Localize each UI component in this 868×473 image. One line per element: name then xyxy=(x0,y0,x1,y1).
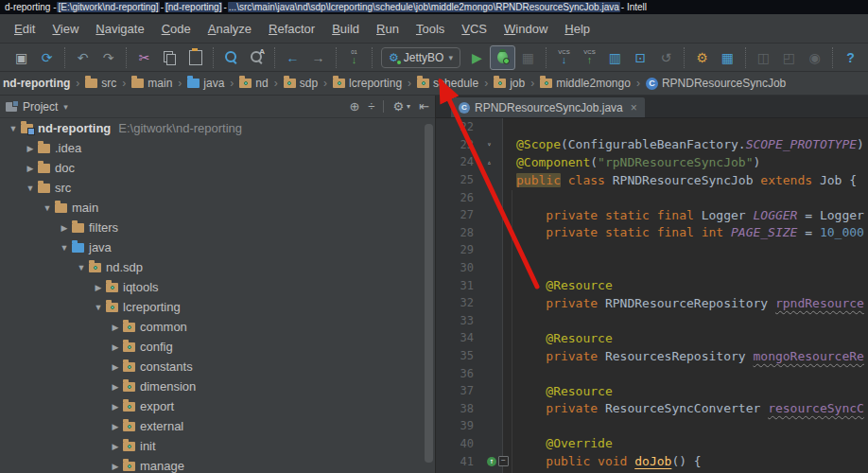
tree-toggle-icon[interactable]: ▶ xyxy=(108,362,123,372)
tree-item-constants[interactable]: ▶constants xyxy=(0,357,435,377)
fold-marker-icon[interactable]: − xyxy=(498,456,509,466)
tree-item-src[interactable]: ▼src xyxy=(0,178,435,198)
override-marker-icon[interactable]: ↑ xyxy=(487,457,496,466)
menu-item-view[interactable]: View xyxy=(43,19,87,39)
panel-settings-gear-icon[interactable]: ⚙ xyxy=(392,99,404,114)
menu-item-code[interactable]: Code xyxy=(153,19,200,39)
compile-icon[interactable]: 01↓ xyxy=(341,45,367,70)
breadcrumb-item-sdp[interactable]: sdp xyxy=(281,75,321,92)
menu-item-tools[interactable]: Tools xyxy=(408,19,453,39)
project-structure-icon[interactable]: ▦ xyxy=(715,45,740,70)
tree-item-ndsdp[interactable]: ▼nd.sdp xyxy=(0,257,435,277)
tree-item-java[interactable]: ▼java xyxy=(0,237,435,257)
tree-toggle-icon[interactable]: ▶ xyxy=(108,382,123,392)
tree-item-external[interactable]: ▶external xyxy=(0,416,435,436)
vcs-update-icon[interactable]: VCS↓ xyxy=(551,45,577,70)
rollback-icon[interactable]: ↺ xyxy=(653,45,679,70)
menu-item-analyze[interactable]: Analyze xyxy=(200,19,260,39)
breadcrumb-item-lcreporting[interactable]: lcreporting xyxy=(330,75,405,92)
forward-icon[interactable]: → xyxy=(305,45,331,70)
tree-toggle-icon[interactable]: ▶ xyxy=(108,323,123,332)
tree-toggle-icon[interactable]: ▶ xyxy=(57,223,72,233)
tree-item-filters[interactable]: ▶filters xyxy=(0,218,435,237)
tree-item-init[interactable]: ▶init xyxy=(0,436,435,456)
search-icon[interactable] xyxy=(218,45,244,70)
sdk-manager-icon[interactable]: ◰ xyxy=(776,45,802,70)
code-editor[interactable]: 2223▿@Scope(ConfigurableBeanFactory.SCOP… xyxy=(436,118,868,473)
breadcrumb-item-rpndresourcesyncjob[interactable]: CRPNDResourceSyncJob xyxy=(643,75,789,92)
tree-toggle-icon[interactable]: ▶ xyxy=(91,283,106,292)
save-icon[interactable]: ▣ xyxy=(9,45,34,70)
breadcrumb-item-nd-reporting[interactable]: nd-reporting xyxy=(0,75,73,92)
back-icon[interactable]: ← xyxy=(280,45,305,70)
tree-toggle-icon[interactable]: ▶ xyxy=(108,442,123,451)
paste-icon[interactable] xyxy=(182,45,208,70)
run-config-select[interactable]: ⚙JettyBO▾ xyxy=(381,47,460,68)
tree-toggle-icon[interactable]: ▼ xyxy=(40,203,55,213)
menu-item-run[interactable]: Run xyxy=(368,19,408,39)
tree-toggle-icon[interactable]: ▶ xyxy=(108,342,123,352)
tree-item-ndreporting[interactable]: ▼nd-reportingE:\gitwork\nd-reporting xyxy=(0,118,435,138)
vcs-shelf-icon[interactable]: ▥ xyxy=(602,45,628,70)
tree-toggle-icon[interactable]: ▼ xyxy=(23,184,38,193)
tree-item-doc[interactable]: ▶doc xyxy=(0,158,435,178)
run-icon[interactable]: ▶ xyxy=(464,45,490,70)
collapse-all-icon[interactable]: ÷ xyxy=(368,99,374,114)
fold-marker-icon[interactable]: ▿ xyxy=(487,140,492,149)
tree-item-common[interactable]: ▶common xyxy=(0,317,435,337)
menu-item-window[interactable]: Window xyxy=(495,19,556,39)
breadcrumb-item-middle2mongo[interactable]: middle2mongo xyxy=(537,75,634,92)
chevron-down-icon[interactable]: ▾ xyxy=(63,102,68,112)
project-scrollbar[interactable] xyxy=(425,124,433,463)
tree-toggle-icon[interactable]: ▼ xyxy=(6,124,21,133)
replace-icon[interactable]: A xyxy=(244,45,269,70)
tree-item-manage[interactable]: ▶manage xyxy=(0,456,435,473)
menu-item-help[interactable]: Help xyxy=(556,19,599,39)
coverage-icon[interactable]: ▦ xyxy=(515,45,541,70)
locate-icon[interactable]: ⊕ xyxy=(349,99,359,114)
breadcrumb-item-schedule[interactable]: schedule xyxy=(414,75,481,92)
menu-item-edit[interactable]: Edit xyxy=(6,19,43,39)
vcs-commit-icon[interactable]: VCS↑ xyxy=(577,45,602,70)
tree-item-config[interactable]: ▶config xyxy=(0,337,435,357)
menu-item-vcs[interactable]: VCS xyxy=(453,19,495,39)
menu-item-refactor[interactable]: Refactor xyxy=(260,19,323,39)
tree-toggle-icon[interactable]: ▼ xyxy=(91,303,106,312)
undo-icon[interactable]: ↶ xyxy=(70,45,95,70)
source-folder-icon xyxy=(72,243,84,253)
tree-item-idea[interactable]: ▶.idea xyxy=(0,138,435,158)
tree-item-dimension[interactable]: ▶dimension xyxy=(0,377,435,396)
tree-toggle-icon[interactable]: ▶ xyxy=(108,462,123,471)
settings-icon[interactable]: ⚙ xyxy=(689,45,715,70)
tree-item-main[interactable]: ▼main xyxy=(0,198,435,218)
tree-item-export[interactable]: ▶export xyxy=(0,396,435,416)
redo-icon[interactable]: ↷ xyxy=(95,45,121,70)
menu-item-navigate[interactable]: Navigate xyxy=(87,19,152,39)
vcs-history-icon[interactable]: ⊡ xyxy=(628,45,653,70)
breadcrumb-item-java[interactable]: java xyxy=(184,75,227,92)
tree-toggle-icon[interactable]: ▼ xyxy=(74,263,89,272)
breadcrumb-item-main[interactable]: main xyxy=(129,75,175,92)
tree-toggle-icon[interactable]: ▶ xyxy=(23,144,38,153)
sync-icon[interactable]: ⟳ xyxy=(34,45,60,70)
hide-panel-icon[interactable]: ⇤ xyxy=(419,99,429,114)
breadcrumb-item-job[interactable]: job xyxy=(491,75,528,92)
device-preview-icon[interactable]: ◫ xyxy=(751,45,776,70)
editor-tab[interactable]: C RPNDResourceSyncJob.java × xyxy=(451,97,645,117)
tree-toggle-icon[interactable]: ▶ xyxy=(108,402,123,412)
tree-toggle-icon[interactable]: ▶ xyxy=(23,164,38,173)
tree-toggle-icon[interactable]: ▼ xyxy=(57,243,72,253)
android-icon[interactable]: ◉ xyxy=(802,45,827,70)
debug-icon[interactable] xyxy=(490,45,515,70)
copy-icon[interactable] xyxy=(157,45,182,70)
breadcrumb-item-src[interactable]: src xyxy=(82,75,119,92)
menu-item-build[interactable]: Build xyxy=(323,19,368,39)
tree-toggle-icon[interactable]: ▶ xyxy=(108,422,123,431)
help-icon[interactable]: ? xyxy=(838,45,863,70)
fold-marker-icon[interactable]: ▵ xyxy=(487,158,492,166)
tree-item-iqtools[interactable]: ▶iqtools xyxy=(0,277,435,297)
cut-icon[interactable]: ✂ xyxy=(131,45,157,70)
close-tab-icon[interactable]: × xyxy=(631,101,637,114)
tree-item-lcreporting[interactable]: ▼lcreporting xyxy=(0,297,435,317)
breadcrumb-item-nd[interactable]: nd xyxy=(236,75,270,92)
